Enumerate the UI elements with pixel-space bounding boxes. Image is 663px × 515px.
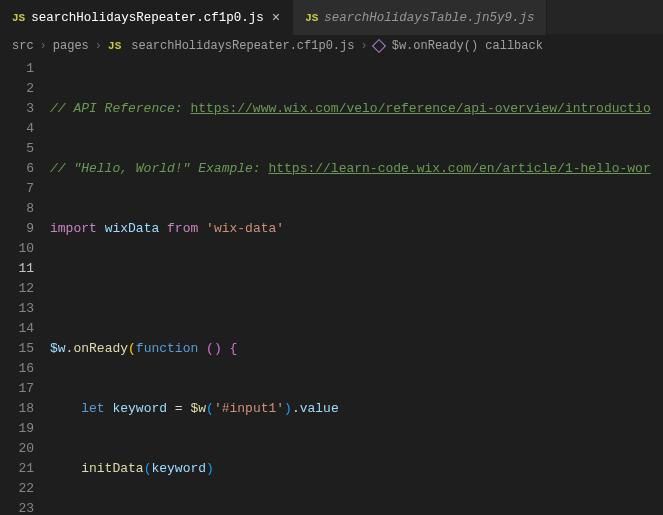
line-number: 7 [0, 179, 34, 199]
code-text: value [300, 401, 339, 416]
line-number: 6 [0, 159, 34, 179]
code-text: $w [50, 341, 66, 356]
code-text: keyword [151, 461, 206, 476]
line-number: 5 [0, 139, 34, 159]
line-number: 10 [0, 239, 34, 259]
js-icon: JS [305, 12, 318, 24]
code-content[interactable]: // API Reference: https://www.wix.com/ve… [50, 57, 663, 515]
line-number: 15 [0, 339, 34, 359]
line-number: 18 [0, 399, 34, 419]
code-link[interactable]: https://www.wix.com/velo/reference/api-o… [190, 101, 650, 116]
breadcrumb-symbol[interactable]: $w.onReady() callback [392, 39, 543, 53]
tab-label: searchHolidaysTable.jn5y9.js [324, 11, 534, 25]
line-number: 17 [0, 379, 34, 399]
code-text: $w [190, 401, 206, 416]
code-text: onReady [73, 341, 128, 356]
line-number: 13 [0, 299, 34, 319]
breadcrumb-part[interactable]: src [12, 39, 34, 53]
tab-label: searchHolidaysRepeater.cf1p0.js [31, 11, 264, 25]
chevron-right-icon: › [95, 39, 102, 53]
tab-bar: JS searchHolidaysRepeater.cf1p0.js × JS … [0, 0, 663, 35]
code-link[interactable]: https://learn-code.wix.com/en/article/1-… [268, 161, 650, 176]
line-number: 4 [0, 119, 34, 139]
line-number-gutter: 1234567891011121314151617181920212223 [0, 57, 50, 515]
code-text: initData [81, 461, 143, 476]
line-number: 20 [0, 439, 34, 459]
line-number: 19 [0, 419, 34, 439]
code-text: from [167, 221, 198, 236]
code-text: '#input1' [214, 401, 284, 416]
method-icon [372, 39, 386, 53]
tab-inactive[interactable]: JS searchHolidaysTable.jn5y9.js [293, 0, 547, 35]
code-text: let [81, 401, 104, 416]
code-editor[interactable]: 1234567891011121314151617181920212223 //… [0, 57, 663, 515]
chevron-right-icon: › [40, 39, 47, 53]
line-number: 2 [0, 79, 34, 99]
line-number: 9 [0, 219, 34, 239]
code-text: function [136, 341, 198, 356]
line-number: 16 [0, 359, 34, 379]
line-number: 14 [0, 319, 34, 339]
line-number: 22 [0, 479, 34, 499]
chevron-right-icon: › [360, 39, 367, 53]
code-text: import [50, 221, 97, 236]
line-number: 12 [0, 279, 34, 299]
code-text: // "Hello, World!" Example: [50, 161, 268, 176]
code-text: wixData [105, 221, 160, 236]
line-number: 21 [0, 459, 34, 479]
line-number: 3 [0, 99, 34, 119]
close-icon[interactable]: × [272, 10, 280, 26]
line-number: 8 [0, 199, 34, 219]
breadcrumb-file[interactable]: searchHolidaysRepeater.cf1p0.js [131, 39, 354, 53]
tab-active[interactable]: JS searchHolidaysRepeater.cf1p0.js × [0, 0, 293, 35]
line-number: 23 [0, 499, 34, 515]
code-text: // API Reference: [50, 101, 190, 116]
code-text: keyword [112, 401, 167, 416]
breadcrumb-part[interactable]: pages [53, 39, 89, 53]
breadcrumb: src › pages › JS searchHolidaysRepeater.… [0, 35, 663, 57]
line-number: 1 [0, 59, 34, 79]
js-icon: JS [12, 12, 25, 24]
js-icon: JS [108, 40, 121, 52]
code-text: 'wix-data' [206, 221, 284, 236]
line-number: 11 [0, 259, 34, 279]
